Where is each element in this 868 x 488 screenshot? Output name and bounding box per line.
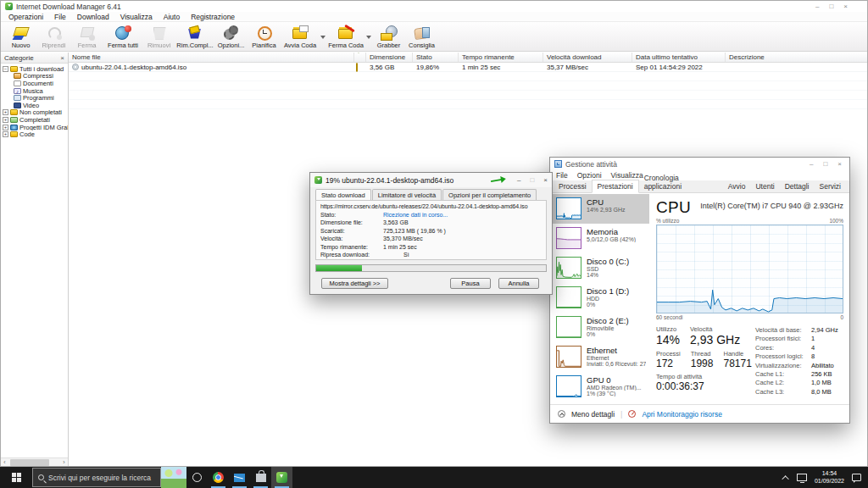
column-descrizione[interactable]: Descrizione xyxy=(726,53,867,62)
category-non-completati[interactable]: +Non completati xyxy=(3,109,68,117)
action-center-icon[interactable] xyxy=(852,474,861,481)
toolbar-ferma-coda-button[interactable]: Ferma Coda xyxy=(326,23,365,51)
idm-close-button[interactable]: × xyxy=(843,3,848,10)
scroll-left-icon[interactable]: ‹ xyxy=(1,459,8,465)
perf-sidebar-disco-2[interactable]: Disco 2 (E:)Rimovibile0% xyxy=(550,313,649,342)
tab-avvio[interactable]: Avvio xyxy=(723,180,751,192)
toolbar-consiglia-button[interactable]: Consiglia xyxy=(405,23,438,51)
toolbar-rimuovi-button[interactable]: Rimuovi xyxy=(142,23,175,51)
taskbar-store-button[interactable] xyxy=(250,467,271,488)
toolbar-riprendi-button[interactable]: Riprendi xyxy=(37,23,70,51)
toolbar-nuovo-button[interactable]: Nuovo xyxy=(4,23,37,51)
perf-sidebar-disco-0[interactable]: Disco 0 (C:)SSD14% xyxy=(550,253,649,283)
tab-servizi[interactable]: Servizi xyxy=(814,180,846,192)
category-completati[interactable]: +Completati xyxy=(3,116,68,124)
expand-toggle[interactable]: + xyxy=(3,109,8,115)
toolbar-rim-compl-button[interactable]: Rim.Compl... xyxy=(175,23,214,51)
tm-maximize-button[interactable]: □ xyxy=(823,160,827,168)
taskbar-cortana-button[interactable] xyxy=(186,467,208,488)
column-queue[interactable] xyxy=(354,53,366,62)
tray-expand-chevron-icon[interactable] xyxy=(782,475,788,482)
network-display-icon[interactable] xyxy=(797,474,807,481)
scrollbar-thumb[interactable] xyxy=(10,459,49,466)
column-nome-file[interactable]: Nome file xyxy=(69,53,354,62)
category-code[interactable]: +Code xyxy=(3,130,68,138)
column-velocita-download[interactable]: Velocità download xyxy=(543,53,632,62)
expand-toggle[interactable]: + xyxy=(3,125,8,130)
categories-horizontal-scrollbar[interactable]: ‹ › xyxy=(1,458,68,466)
column-dimensione[interactable]: Dimensione xyxy=(366,53,413,62)
dialog-minimize-button[interactable]: ‒ xyxy=(517,176,520,184)
idm-maximize-button[interactable]: □ xyxy=(829,3,833,10)
store-icon xyxy=(256,474,266,482)
toolbar-avvia-coda-button[interactable]: Avvia Coda xyxy=(281,23,320,51)
category-programmi[interactable]: Programmi xyxy=(3,94,68,102)
category-progetti-idm-grabber[interactable]: +Progetti IDM Grabbe xyxy=(3,124,68,131)
menu-file[interactable]: File xyxy=(54,13,66,21)
expand-toggle[interactable]: + xyxy=(3,131,8,137)
toolbar-label: Consiglia xyxy=(409,42,435,49)
toolbar-grabber-button[interactable]: Grabber xyxy=(372,23,405,51)
collapse-toggle[interactable]: − xyxy=(3,66,8,72)
menu-registrazione[interactable]: Registrazione xyxy=(191,13,235,21)
tab-prestazioni[interactable]: Prestazioni xyxy=(592,180,639,193)
idm-minimize-button[interactable]: ‒ xyxy=(815,3,819,10)
show-details-button[interactable]: Mostra dettagli >> xyxy=(321,278,388,289)
toolbar-ferma-tutti-button[interactable]: Ferma tutti xyxy=(103,23,142,51)
cancel-button[interactable]: Annulla xyxy=(498,278,539,289)
less-details-button[interactable]: Meno dettagli xyxy=(571,410,615,419)
menu-visualizza[interactable]: Visualizza xyxy=(120,13,153,21)
tab-dettagli[interactable]: Dettagli xyxy=(780,180,815,192)
perf-sidebar-gpu-0[interactable]: GPU 0AMD Radeon (TM)...1% (39 °C) xyxy=(550,372,649,402)
ferma-coda-dropdown[interactable] xyxy=(365,23,372,51)
category-video[interactable]: Video xyxy=(3,102,68,109)
tm-close-button[interactable]: × xyxy=(837,160,842,168)
tray-clock[interactable]: 14:54 01/09/2022 xyxy=(815,470,844,485)
menu-aiuto[interactable]: Aiuto xyxy=(164,13,180,21)
stat-utilizzo: Utilizzo14% xyxy=(656,325,680,347)
toolbar-opzioni-button[interactable]: Opzioni... xyxy=(214,23,248,51)
perf-sidebar-cpu[interactable]: CPU14% 2,93 GHz xyxy=(550,194,649,224)
toolbar-pianifica-button[interactable]: Pianifica xyxy=(248,23,281,51)
dialog-close-button[interactable]: × xyxy=(543,176,548,184)
toolbar-label: Avvia Coda xyxy=(284,42,316,49)
category-documenti[interactable]: Documenti xyxy=(3,80,68,87)
taskbar-chrome-button[interactable] xyxy=(208,467,229,488)
expand-toggle[interactable]: + xyxy=(3,117,8,123)
tm-menu-opzioni[interactable]: Opzioni xyxy=(577,171,602,180)
category-musica[interactable]: ♪Musica xyxy=(3,87,68,95)
tab-utenti[interactable]: Utenti xyxy=(750,180,779,192)
tab-limitatore-velocita[interactable]: Limitatore di velocità xyxy=(372,189,442,200)
column-tempo-rimanente[interactable]: Tempo rimanente xyxy=(459,53,543,62)
perf-sidebar-memoria[interactable]: Memoria5,0/12,0 GB (42%) xyxy=(550,224,649,253)
taskbar-mail-button[interactable] xyxy=(229,467,250,488)
tm-menu-file[interactable]: File xyxy=(556,171,568,180)
column-stato[interactable]: Stato xyxy=(413,53,459,62)
taskbar-search-box[interactable]: Scrivi qui per eseguire la ricerca xyxy=(32,468,161,487)
menu-download[interactable]: Download xyxy=(77,13,109,21)
tab-opzioni-completamento[interactable]: Opzioni per il completamento xyxy=(442,189,537,200)
status-value-link[interactable]: Ricezione dati in corso... xyxy=(383,211,448,219)
taskbar-idm-button[interactable] xyxy=(271,467,292,488)
tab-cronologia-applicazioni[interactable]: Cronologia applicazioni xyxy=(639,172,723,192)
perf-sidebar-ethernet[interactable]: EthernetEthernetInviati: 0,6 Ricevuti: 2… xyxy=(550,342,649,372)
category-compressi[interactable]: Compressi xyxy=(3,73,68,80)
download-row-ubuntu-iso[interactable]: ubuntu-22.04.1-desktop-amd64.iso 3,56 GB… xyxy=(69,63,867,72)
start-button[interactable] xyxy=(0,467,32,488)
avvia-coda-dropdown[interactable] xyxy=(320,23,326,51)
column-data-ultimo-tentativo[interactable]: Data ultimo tentativo xyxy=(632,53,726,62)
tm-minimize-button[interactable]: ‒ xyxy=(810,160,813,168)
perf-sidebar-disco-1[interactable]: Disco 1 (D:)HDD0% xyxy=(550,283,649,313)
pause-button[interactable]: Pausa xyxy=(450,278,491,289)
tab-processi[interactable]: Processi xyxy=(554,180,592,192)
category-tutti-i-download[interactable]: −Tutti i download xyxy=(3,65,68,73)
stat-row: Cache L2:1,0 MB xyxy=(755,379,847,387)
sidebar-item-title: CPU xyxy=(587,197,626,207)
tab-stato-download[interactable]: Stato download xyxy=(315,189,371,200)
toolbar-ferma-button[interactable]: Ferma xyxy=(70,23,103,51)
scroll-right-icon[interactable]: › xyxy=(60,459,68,465)
search-highlight-art[interactable] xyxy=(161,467,186,488)
categories-close-icon[interactable]: × xyxy=(60,54,64,62)
menu-operazioni[interactable]: Operazioni xyxy=(8,13,43,21)
open-resource-monitor-link[interactable]: Apri Monitoraggio risorse xyxy=(642,410,721,419)
